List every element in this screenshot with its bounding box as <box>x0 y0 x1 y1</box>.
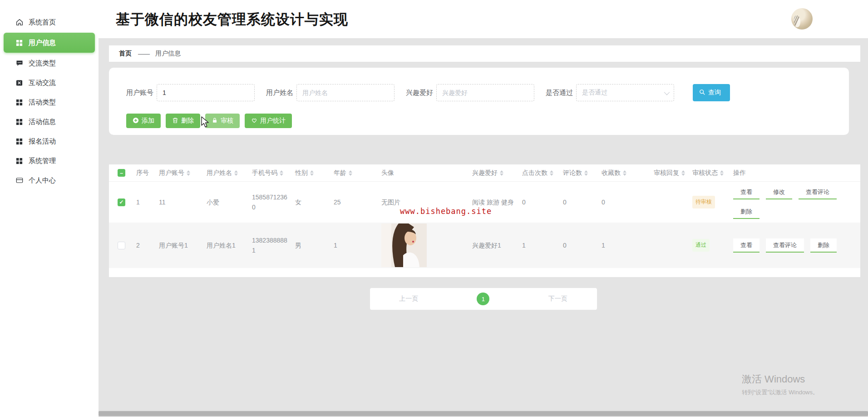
sidebar-item-user-info[interactable]: 用户信息 <box>4 33 95 53</box>
breadcrumb-current: 用户信息 <box>155 50 181 58</box>
current-page-indicator[interactable]: 1 <box>477 293 489 305</box>
sort-icon[interactable] <box>550 170 553 176</box>
account-input[interactable] <box>157 84 255 101</box>
add-button[interactable]: 添加 <box>126 114 161 128</box>
column-header-gender[interactable]: 性别 <box>295 169 334 177</box>
column-header-avatar: 头像 <box>381 169 472 177</box>
breadcrumb: 首页 —— 用户信息 <box>109 45 860 62</box>
sidebar-item-label: 个人中心 <box>29 176 56 185</box>
user-table: – 序号 用户账号 用户姓名 手机号码 性别 年龄 头像 兴趣爱好 点击次数 评… <box>109 164 860 277</box>
view-button[interactable]: 查看 <box>733 185 760 199</box>
grid-icon <box>15 39 23 47</box>
column-header-favorites[interactable]: 收藏数 <box>602 169 654 177</box>
interest-label: 兴趣爱好 <box>406 89 433 97</box>
sort-icon[interactable] <box>681 170 685 176</box>
cell-age: 1 <box>334 240 381 250</box>
delete-row-button[interactable]: 删除 <box>733 205 760 219</box>
breadcrumb-home[interactable]: 首页 <box>119 50 132 58</box>
column-header-audit-status[interactable]: 审核状态 <box>692 169 733 177</box>
cell-actions: 查看 修改 查看评论 删除 <box>733 182 860 223</box>
audit-button[interactable]: 审核 <box>205 114 240 128</box>
sidebar: 系统首页 用户信息 交流类型 互动交流 活动类型 <box>0 0 99 417</box>
name-field-group: 用户姓名 <box>266 84 395 101</box>
pass-select[interactable]: 是否通过 <box>576 84 674 101</box>
sidebar-item-label: 活动信息 <box>29 118 56 126</box>
column-header-actions: 操作 <box>733 169 860 177</box>
sort-icon[interactable] <box>500 170 503 176</box>
prev-page-button[interactable]: 上一页 <box>399 295 418 303</box>
column-header-name[interactable]: 用户姓名 <box>207 169 252 177</box>
windows-activation-watermark: 激活 Windows 转到“设置”以激活 Windows。 <box>742 372 819 397</box>
query-button[interactable]: 查询 <box>693 84 730 101</box>
status-badge: 通过 <box>692 239 710 251</box>
column-header-comments[interactable]: 评论数 <box>563 169 602 177</box>
cell-index: 1 <box>136 197 159 207</box>
row-checkbox[interactable]: ✓ <box>118 199 125 206</box>
cell-clicks: 0 <box>522 197 563 207</box>
sidebar-item-label: 活动类型 <box>29 98 56 107</box>
sort-icon[interactable] <box>234 170 238 176</box>
sidebar-item-activity-type[interactable]: 活动类型 <box>4 93 95 111</box>
row-checkbox[interactable] <box>118 242 125 249</box>
delete-button[interactable]: 删除 <box>166 114 200 128</box>
column-header-index: 序号 <box>136 169 159 177</box>
sidebar-item-personal-center[interactable]: 个人中心 <box>4 171 95 189</box>
column-header-account[interactable]: 用户账号 <box>159 169 207 177</box>
sort-icon[interactable] <box>187 170 190 176</box>
sort-icon[interactable] <box>584 170 588 176</box>
name-input[interactable] <box>296 84 395 101</box>
user-stats-button[interactable]: 用户统计 <box>245 114 292 128</box>
delete-button-label: 删除 <box>181 117 194 125</box>
sidebar-item-activity-info[interactable]: 活动信息 <box>4 113 95 131</box>
sort-icon[interactable] <box>349 170 352 176</box>
account-label: 用户账号 <box>126 89 153 97</box>
cell-favorites: 1 <box>602 240 654 250</box>
calendar-x-icon <box>15 79 23 87</box>
sidebar-item-system-manage[interactable]: 系统管理 <box>4 152 95 170</box>
delete-row-button[interactable]: 删除 <box>810 238 837 253</box>
sort-icon[interactable] <box>623 170 626 176</box>
cell-avatar-text: 无图片 <box>381 197 472 207</box>
grid-icon <box>15 118 23 126</box>
cell-account: 11 <box>159 197 207 207</box>
cell-name: 用户姓名1 <box>207 240 252 250</box>
column-header-clicks[interactable]: 点击次数 <box>522 169 563 177</box>
column-header-age[interactable]: 年龄 <box>334 169 381 177</box>
sidebar-item-label: 系统管理 <box>29 157 56 165</box>
sort-icon[interactable] <box>310 170 314 176</box>
windows-activation-title: 激活 Windows <box>742 372 819 386</box>
table-row: 2 用户账号1 用户姓名1 13823888881 男 1 <box>109 223 860 268</box>
sidebar-item-label: 报名活动 <box>29 137 56 146</box>
cell-comments: 0 <box>563 197 602 207</box>
sort-icon[interactable] <box>280 170 283 176</box>
interest-input[interactable] <box>436 84 534 101</box>
main-content: 首页 —— 用户信息 用户账号 用户姓名 兴趣爱好 是否通 <box>99 38 868 417</box>
select-all-checkbox[interactable]: – <box>118 169 125 177</box>
horizontal-scrollbar[interactable] <box>99 410 868 417</box>
sidebar-item-interaction[interactable]: 互动交流 <box>4 74 95 92</box>
sidebar-item-exchange-type[interactable]: 交流类型 <box>4 54 95 72</box>
cell-interests: 兴趣爱好1 <box>472 240 522 250</box>
sidebar-item-signup-activity[interactable]: 报名活动 <box>4 132 95 150</box>
sidebar-item-system-home[interactable]: 系统首页 <box>4 13 95 31</box>
column-header-phone[interactable]: 手机号码 <box>252 169 295 177</box>
cell-account: 用户账号1 <box>159 240 207 250</box>
scrollbar-thumb[interactable] <box>99 411 868 416</box>
site-watermark: www.bishebang.site <box>400 207 492 216</box>
sort-icon[interactable] <box>720 170 724 176</box>
user-avatar[interactable] <box>791 8 813 30</box>
edit-button[interactable]: 修改 <box>766 185 792 199</box>
search-panel: 用户账号 用户姓名 兴趣爱好 是否通过 是否通过 <box>109 68 849 135</box>
cell-favorites: 0 <box>602 197 654 207</box>
next-page-button[interactable]: 下一页 <box>548 295 567 303</box>
view-button[interactable]: 查看 <box>733 238 760 253</box>
view-comments-button[interactable]: 查看评论 <box>799 185 837 199</box>
column-header-audit-reply[interactable]: 审核回复 <box>654 169 692 177</box>
column-header-interests[interactable]: 兴趣爱好 <box>472 169 522 177</box>
windows-activation-subtitle: 转到“设置”以激活 Windows。 <box>742 388 819 397</box>
card-icon <box>15 177 23 184</box>
cell-interests: 阅读 旅游 健身 <box>472 197 522 207</box>
sidebar-item-label: 用户信息 <box>29 39 56 47</box>
cell-age: 25 <box>334 197 381 207</box>
view-comments-button[interactable]: 查看评论 <box>766 238 804 253</box>
